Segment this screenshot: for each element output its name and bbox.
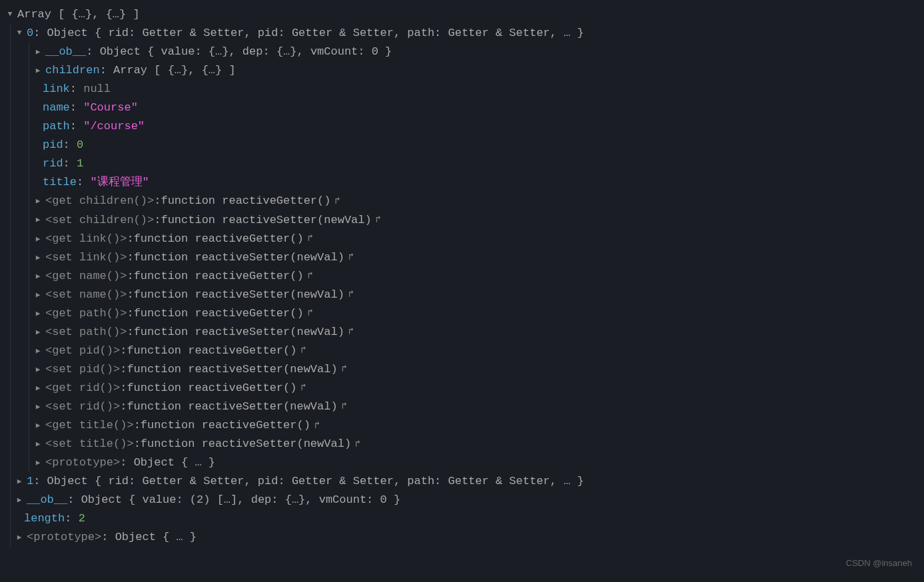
goto-definition-icon[interactable]: ↱ xyxy=(300,380,306,396)
accessor-label: <get rid()> xyxy=(45,379,120,398)
tree-row-accessor[interactable]: ▶<set name()>: function reactiveSetter(n… xyxy=(5,286,924,304)
tree-row-accessor[interactable]: ▶<set path()>: function reactiveSetter(n… xyxy=(5,323,924,342)
tree-row-accessor[interactable]: ▶<set link()>: function reactiveSetter(n… xyxy=(5,248,924,267)
goto-definition-icon[interactable]: ↱ xyxy=(334,194,340,209)
goto-definition-icon[interactable]: ↱ xyxy=(342,399,347,414)
prop-value: "/course" xyxy=(83,117,145,136)
toggle-icon[interactable]: ▶ xyxy=(33,364,43,376)
tree-row-item1[interactable]: ▶ 1 : Object { rid: Getter & Setter, pid… xyxy=(5,472,924,491)
toggle-icon[interactable]: ▶ xyxy=(15,494,24,506)
goto-definition-icon[interactable]: ↱ xyxy=(376,212,381,228)
toggle-icon[interactable]: ▼ xyxy=(5,8,15,20)
toggle-icon[interactable]: ▶ xyxy=(33,252,43,264)
accessor-label: <set pid()> xyxy=(45,360,120,379)
prop-key: children xyxy=(45,61,100,80)
prop-key: <prototype> xyxy=(27,528,101,547)
object-preview: { value: {…}, dep: {…}, vmCount: 0 } xyxy=(141,43,392,61)
prop-key: path xyxy=(43,117,70,136)
object-type: Object xyxy=(47,24,88,43)
tree-row-length[interactable]: length : 2 xyxy=(5,509,924,528)
toggle-icon[interactable]: ▶ xyxy=(33,270,43,282)
tree-row-accessor[interactable]: ▶<get title()>: function reactiveGetter(… xyxy=(5,416,924,435)
tree-row-path[interactable]: path : "/course" xyxy=(5,117,924,136)
goto-definition-icon[interactable]: ↱ xyxy=(308,306,313,321)
object-preview: { rid: Getter & Setter, pid: Getter & Se… xyxy=(88,24,584,43)
accessor-label: <get children()> xyxy=(45,192,154,210)
object-preview: { … } xyxy=(156,528,197,547)
accessor-function: function reactiveGetter() xyxy=(141,416,310,435)
toggle-icon[interactable]: ▶ xyxy=(33,326,43,338)
goto-definition-icon[interactable]: ↱ xyxy=(308,268,313,284)
toggle-icon[interactable]: ▶ xyxy=(15,531,24,543)
tree-row-rid[interactable]: rid : 1 xyxy=(5,154,924,173)
tree-row-ob[interactable]: ▶ __ob__ : Object { value: {…}, dep: {…}… xyxy=(5,43,924,61)
prop-value: "Course" xyxy=(83,99,138,117)
tree-row-ob-array[interactable]: ▶ __ob__ : Object { value: (2) […], dep:… xyxy=(5,491,924,509)
tree-row-item0[interactable]: ▼ 0 : Object { rid: Getter & Setter, pid… xyxy=(5,24,924,43)
toggle-icon[interactable]: ▶ xyxy=(33,308,43,320)
prop-key: title xyxy=(43,173,77,192)
tree-row-link[interactable]: link : null xyxy=(5,80,924,99)
accessor-label: <set title()> xyxy=(45,435,134,453)
tree-row-root[interactable]: ▼ Array [ {…}, {…} ] xyxy=(5,5,924,24)
accessor-function: function reactiveSetter(newVal) xyxy=(161,211,371,230)
toggle-icon[interactable]: ▼ xyxy=(15,27,24,39)
prop-value: 1 xyxy=(77,154,83,173)
tree-row-accessor[interactable]: ▶<get rid()>: function reactiveGetter()↱ xyxy=(5,379,924,398)
toggle-icon[interactable]: ▶ xyxy=(33,420,43,432)
object-type: Array xyxy=(113,61,147,80)
prop-key: name xyxy=(43,99,70,117)
toggle-icon[interactable]: ▶ xyxy=(33,233,43,245)
toggle-icon[interactable]: ▶ xyxy=(33,438,43,450)
tree-row-accessor[interactable]: ▶<get path()>: function reactiveGetter()… xyxy=(5,304,924,323)
tree-row-accessor[interactable]: ▶<set children()>: function reactiveSett… xyxy=(5,211,924,230)
goto-definition-icon[interactable]: ↱ xyxy=(348,250,354,265)
toggle-icon[interactable]: ▶ xyxy=(15,475,24,487)
tree-row-accessor[interactable]: ▶<get children()>: function reactiveGett… xyxy=(5,192,924,210)
toggle-icon[interactable]: ▶ xyxy=(33,382,43,394)
accessor-label: <set children()> xyxy=(45,211,154,230)
tree-row-prototype[interactable]: ▶ <prototype> : Object { … } xyxy=(5,453,924,472)
object-type: Object xyxy=(81,491,122,509)
accessor-label: <get pid()> xyxy=(45,342,120,360)
accessor-function: function reactiveSetter(newVal) xyxy=(127,360,337,379)
accessor-function: function reactiveSetter(newVal) xyxy=(141,435,351,453)
goto-definition-icon[interactable]: ↱ xyxy=(314,418,320,434)
object-type: Object xyxy=(134,453,175,472)
object-preview: { value: (2) […], dep: {…}, vmCount: 0 } xyxy=(122,491,400,509)
accessor-function: function reactiveGetter() xyxy=(134,304,304,323)
tree-row-title[interactable]: title : "课程管理" xyxy=(5,173,924,192)
tree-row-accessor[interactable]: ▶<get link()>: function reactiveGetter()… xyxy=(5,230,924,248)
tree-row-accessor[interactable]: ▶<get name()>: function reactiveGetter()… xyxy=(5,267,924,286)
goto-definition-icon[interactable]: ↱ xyxy=(342,362,347,377)
tree-row-prototype-array[interactable]: ▶ <prototype> : Object { … } xyxy=(5,528,924,547)
tree-row-name[interactable]: name : "Course" xyxy=(5,99,924,117)
goto-definition-icon[interactable]: ↱ xyxy=(355,437,360,452)
toggle-icon[interactable]: ▶ xyxy=(33,345,43,357)
toggle-icon[interactable]: ▶ xyxy=(33,214,43,226)
accessor-label: <set rid()> xyxy=(45,398,120,416)
prop-key: __ob__ xyxy=(27,491,67,509)
toggle-icon[interactable]: ▶ xyxy=(33,195,43,207)
toggle-icon[interactable]: ▶ xyxy=(33,457,43,469)
tree-row-accessor[interactable]: ▶<get pid()>: function reactiveGetter()↱ xyxy=(5,342,924,360)
toggle-icon[interactable]: ▶ xyxy=(33,46,43,58)
prop-key: 0 xyxy=(27,24,33,43)
accessor-label: <set path()> xyxy=(45,323,127,342)
accessor-function: function reactiveGetter() xyxy=(161,192,330,210)
tree-row-accessor[interactable]: ▶<set rid()>: function reactiveSetter(ne… xyxy=(5,398,924,416)
object-preview: [ {…}, {…} ] xyxy=(51,5,140,24)
tree-row-accessor[interactable]: ▶<set title()>: function reactiveSetter(… xyxy=(5,435,924,453)
goto-definition-icon[interactable]: ↱ xyxy=(308,231,313,246)
toggle-icon[interactable]: ▶ xyxy=(33,401,43,413)
tree-row-children[interactable]: ▶ children : Array [ {…}, {…} ] xyxy=(5,61,924,80)
goto-definition-icon[interactable]: ↱ xyxy=(348,324,354,340)
tree-row-accessor[interactable]: ▶<set pid()>: function reactiveSetter(ne… xyxy=(5,360,924,379)
toggle-icon[interactable]: ▶ xyxy=(33,289,43,301)
toggle-icon[interactable]: ▶ xyxy=(33,65,43,77)
tree-row-pid[interactable]: pid : 0 xyxy=(5,136,924,154)
prop-value: "课程管理" xyxy=(90,173,149,192)
goto-definition-icon[interactable]: ↱ xyxy=(300,343,306,358)
goto-definition-icon[interactable]: ↱ xyxy=(348,287,354,302)
accessor-function: function reactiveSetter(newVal) xyxy=(127,398,337,416)
